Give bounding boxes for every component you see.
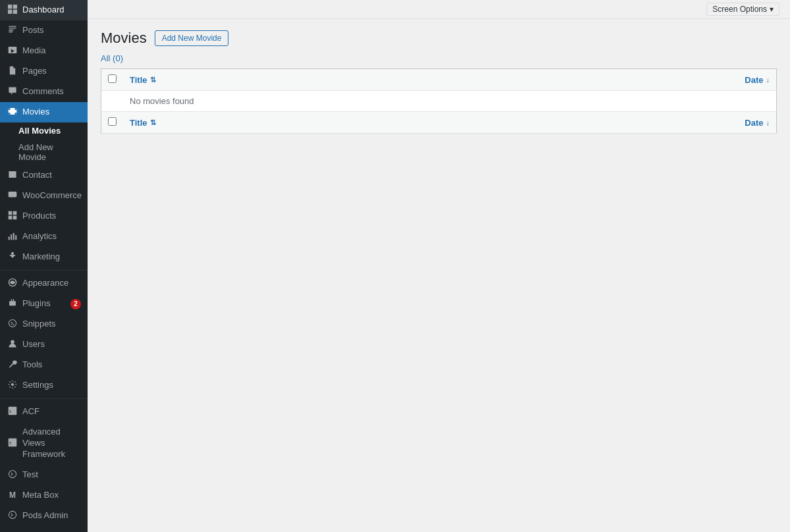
sidebar-item-plugins[interactable]: Plugins 2: [0, 294, 88, 314]
sidebar-item-test[interactable]: Test: [0, 465, 88, 485]
plugins-icon: [7, 298, 18, 309]
add-new-movide-button[interactable]: Add New Movide: [155, 30, 229, 46]
sidebar-item-avf[interactable]: ≡ Advanced Views Framework: [0, 422, 88, 465]
sidebar-item-label: Dashboard: [22, 5, 81, 16]
sidebar-item-acf[interactable]: ≡ ACF: [0, 402, 88, 422]
sidebar-item-pods[interactable]: Pods Admin: [0, 506, 88, 526]
sidebar-item-label: Advanced Views Framework: [22, 427, 81, 460]
page-header: Movies Add New Movide: [101, 30, 777, 47]
screen-options-button[interactable]: Screen Options ▾: [706, 3, 779, 16]
title-sort-link[interactable]: Title ⇅: [130, 75, 671, 85]
posts-icon: [7, 25, 18, 36]
sidebar-item-snippets[interactable]: Snippets: [0, 314, 88, 334]
products-icon: [7, 211, 18, 222]
svg-rect-15: [9, 216, 13, 220]
title-sort-icon: ⇅: [150, 76, 156, 84]
svg-rect-16: [13, 216, 17, 220]
sidebar-item-contact[interactable]: Contact: [0, 165, 88, 186]
svg-text:≡: ≡: [9, 409, 12, 413]
woocommerce-icon: W: [7, 190, 18, 201]
settings-icon: [7, 380, 18, 391]
svg-rect-20: [15, 235, 16, 240]
svg-rect-18: [11, 234, 12, 240]
sidebar-item-media[interactable]: Media: [0, 41, 88, 61]
sidebar-item-posts[interactable]: Posts: [0, 20, 88, 41]
sidebar-separator: [0, 270, 88, 271]
sidebar-item-dashboard[interactable]: Dashboard: [0, 0, 88, 20]
footer-title-sort-link[interactable]: Title ⇅: [130, 118, 671, 128]
svg-rect-23: [9, 301, 16, 306]
header-title-col: Title ⇅: [123, 69, 677, 91]
submenu-all-movies[interactable]: All Movies: [0, 122, 88, 139]
svg-rect-10: [15, 113, 17, 115]
main-content: Screen Options ▾ Movies Add New Movide A…: [88, 0, 790, 532]
appearance-icon: [7, 278, 18, 289]
movies-submenu: All Movies Add New Movide: [0, 122, 88, 165]
footer-date-sort-link[interactable]: Date ↓: [684, 118, 770, 128]
svg-text:W: W: [9, 194, 12, 197]
sidebar-item-appearance[interactable]: Appearance: [0, 273, 88, 294]
svg-rect-7: [9, 108, 11, 110]
date-sort-link[interactable]: Date ↓: [684, 75, 770, 85]
sidebar-item-marketing[interactable]: Marketing: [0, 247, 88, 267]
sidebar-item-label: WooCommerce: [22, 190, 82, 201]
footer-select-all-checkbox[interactable]: [108, 117, 117, 126]
movies-table: Title ⇅ Date ↓ No movies found: [101, 68, 777, 134]
svg-rect-1: [13, 5, 17, 9]
sidebar-item-label: Products: [22, 211, 81, 222]
footer-date-label: Date: [745, 118, 763, 128]
pages-icon: [7, 66, 18, 77]
sidebar-item-users[interactable]: Users: [0, 334, 88, 355]
table-footer: Title ⇅ Date ↓: [101, 112, 777, 134]
sidebar-item-comments[interactable]: Comments: [0, 82, 88, 102]
sidebar-item-label: Users: [22, 339, 81, 350]
sidebar-item-woocommerce[interactable]: W WooCommerce: [0, 186, 88, 206]
sidebar-item-movies[interactable]: Movies: [0, 102, 88, 122]
dashboard-icon: [7, 5, 18, 16]
footer-date-col: Date ↓: [677, 112, 776, 134]
table-footer-row: Title ⇅ Date ↓: [101, 112, 777, 134]
sidebar-item-label: Contact: [22, 170, 81, 181]
svg-rect-19: [13, 233, 14, 240]
sidebar-item-analytics[interactable]: Analytics: [0, 226, 88, 247]
screen-options-arrow: ▾: [770, 5, 774, 14]
footer-title-sort-icon: ⇅: [150, 119, 156, 127]
svg-rect-8: [15, 108, 17, 110]
comments-icon: [7, 86, 18, 97]
sidebar-item-label: Test: [22, 469, 81, 481]
sidebar-item-label: Analytics: [22, 231, 81, 242]
sidebar-item-label: Movies: [22, 107, 81, 118]
header-date-col: Date ↓: [677, 69, 776, 91]
sidebar-item-label: Pods Admin: [22, 510, 81, 521]
table-header: Title ⇅ Date ↓: [101, 69, 777, 91]
select-all-checkbox[interactable]: [108, 74, 117, 83]
sidebar-item-mboptions[interactable]: MB Options page: [0, 526, 88, 532]
sidebar-item-tools[interactable]: Tools: [0, 355, 88, 375]
pods-icon: [7, 510, 18, 521]
sidebar-item-pages[interactable]: Pages: [0, 61, 88, 82]
plugins-badge: 2: [70, 299, 81, 309]
screen-options-label: Screen Options: [712, 5, 767, 14]
sidebar-item-metabox[interactable]: M Meta Box: [0, 485, 88, 506]
movies-icon: [7, 107, 18, 118]
svg-rect-24: [11, 299, 12, 301]
svg-rect-14: [13, 211, 17, 215]
sidebar-item-label: ACF: [22, 406, 81, 417]
sidebar-item-products[interactable]: Products: [0, 206, 88, 226]
media-icon: [7, 45, 18, 57]
contact-icon: [7, 170, 18, 181]
sidebar-item-label: Appearance: [22, 278, 81, 289]
table-body: No movies found: [101, 91, 777, 112]
table-header-row: Title ⇅ Date ↓: [101, 69, 777, 91]
submenu-add-new-movide[interactable]: Add New Movide: [0, 139, 88, 165]
avf-icon: ≡: [7, 438, 18, 449]
svg-rect-3: [13, 10, 17, 14]
svg-rect-9: [9, 113, 11, 115]
acf-icon: ≡: [7, 406, 18, 417]
sidebar-item-settings[interactable]: Settings: [0, 375, 88, 396]
all-filter-link[interactable]: All (0): [101, 53, 123, 63]
footer-title-col: Title ⇅: [123, 112, 677, 134]
sidebar-item-label: Media: [22, 45, 81, 57]
topbar: Screen Options ▾: [88, 0, 790, 19]
date-sort-icon: ↓: [766, 76, 770, 84]
